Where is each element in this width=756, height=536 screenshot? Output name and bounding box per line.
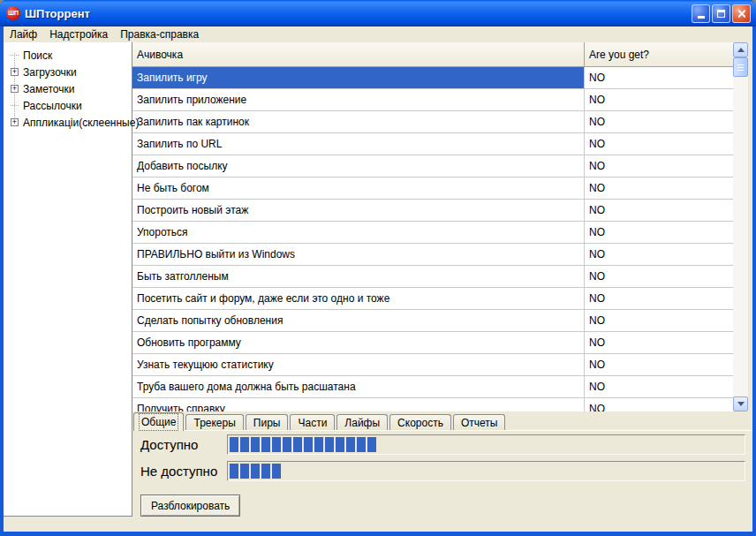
tab-label: Общие: [141, 416, 176, 428]
status-cell: NO: [585, 67, 733, 88]
bottom-tab-bar: ОбщиеТрекерыПирыЧастиЛайфыСкоростьОтчеты: [132, 411, 752, 431]
progress-block: [304, 437, 313, 452]
scroll-down-button[interactable]: [733, 396, 748, 411]
close-button[interactable]: [732, 4, 751, 23]
tab-label: Скорость: [397, 417, 443, 429]
tab-label: Части: [298, 417, 327, 429]
maximize-button[interactable]: [712, 4, 730, 23]
table-row[interactable]: Запилить по URLNO: [132, 133, 733, 155]
scroll-up-button[interactable]: [733, 42, 748, 57]
status-cell: NO: [585, 200, 733, 221]
tree-item-label: Загрузочки: [23, 66, 77, 79]
tab-2[interactable]: Пиры: [246, 414, 289, 430]
table-row[interactable]: Сделать попытку обновленияNO: [132, 310, 733, 332]
table-row[interactable]: Построить новый этажNO: [132, 200, 733, 222]
tree-item-1[interactable]: Загрузочки: [4, 64, 132, 80]
status-cell: NO: [585, 266, 733, 287]
table-row[interactable]: Труба вашего дома должна быть расшатанаN…: [132, 376, 733, 398]
status-cell: NO: [585, 177, 733, 199]
tab-0[interactable]: Общие: [133, 412, 184, 431]
progress-block: [293, 437, 302, 452]
expand-plus-icon[interactable]: [11, 68, 19, 76]
bottom-strip: [4, 517, 752, 532]
vertical-scrollbar[interactable]: [733, 42, 748, 411]
achievement-cell: Быть затголленым: [132, 266, 585, 287]
tree-item-4[interactable]: Аппликаціи(склеенные): [4, 114, 132, 131]
achievement-cell: Добавить посылку: [132, 155, 585, 177]
progress-block: [272, 437, 281, 452]
table-row[interactable]: Узнать текущюю статистикуNO: [132, 354, 733, 376]
progress-block: [261, 464, 270, 479]
status-cell: NO: [585, 332, 733, 353]
table-row[interactable]: Посетить сайт и форум, даже если это одн…: [132, 288, 733, 310]
scrollbar-thumb[interactable]: [733, 57, 748, 77]
menu-item-0[interactable]: Лайф: [4, 27, 43, 42]
tree-branch-icon: [11, 105, 19, 106]
menu-item-1[interactable]: Надстройка: [43, 27, 114, 42]
right-pane: АчивочкаAre you get? Запилить игруNOЗапи…: [132, 42, 752, 517]
tab-6[interactable]: Отчеты: [453, 414, 505, 430]
table-row[interactable]: Запилить игруNO: [132, 67, 733, 89]
progress-block: [261, 437, 270, 452]
available-label: Доступно: [140, 437, 227, 452]
tab-5[interactable]: Скорость: [389, 414, 451, 430]
table-row[interactable]: УпоротьсяNO: [132, 222, 733, 244]
status-cell: NO: [585, 111, 733, 132]
table-header: АчивочкаAre you get?: [132, 42, 733, 67]
tab-label: Отчеты: [461, 417, 497, 429]
unavailable-progress-bar: [227, 461, 745, 481]
table-row[interactable]: Запилить приложениеNO: [132, 89, 733, 111]
status-cell: NO: [585, 155, 733, 177]
table-row[interactable]: Обновить программуNO: [132, 332, 733, 354]
table-row[interactable]: Не быть богомNO: [132, 177, 733, 200]
status-cell: NO: [585, 244, 733, 265]
menu-item-2[interactable]: Правка-справка: [114, 27, 205, 42]
expand-plus-icon[interactable]: [11, 85, 19, 93]
status-cell: NO: [585, 222, 733, 243]
status-cell: NO: [585, 310, 733, 331]
expand-plus-icon[interactable]: [11, 118, 19, 126]
tree-item-label: Заметочки: [23, 83, 74, 95]
unlock-button[interactable]: Разблокировать: [140, 494, 240, 517]
column-header-1[interactable]: Are you get?: [585, 42, 733, 66]
achievement-cell: Запилить игру: [132, 67, 585, 88]
tab-1[interactable]: Трекеры: [185, 414, 243, 430]
table-row[interactable]: Быть затголленымNO: [132, 266, 733, 288]
tree-branch-icon: [11, 55, 19, 56]
arrow-up-icon: [737, 48, 745, 52]
minimize-button[interactable]: [692, 4, 710, 23]
progress-block: [325, 437, 334, 452]
window-title: ШПторрент: [25, 7, 692, 20]
table-row[interactable]: ПРАВИЛЬНО выйти из WindowsNO: [132, 244, 733, 266]
tree-item-0[interactable]: Поиск: [4, 47, 132, 64]
achievement-cell: Сделать попытку обновления: [132, 310, 585, 331]
column-header-0[interactable]: Ачивочка: [132, 42, 585, 66]
table-row[interactable]: Добавить посылкуNO: [132, 155, 733, 177]
status-cell: NO: [585, 376, 733, 397]
progress-block: [314, 437, 323, 452]
unavailable-label: Не доступно: [140, 464, 227, 479]
progress-block: [240, 437, 249, 452]
tab-3[interactable]: Части: [290, 414, 335, 430]
unavailable-row: Не доступно: [140, 461, 745, 481]
status-cell: NO: [585, 288, 733, 309]
progress-block: [367, 437, 376, 452]
tab-label: Лайфы: [344, 417, 380, 429]
menu-bar: ЛайфНадстройкаПравка-справка: [4, 26, 752, 42]
tree-item-3[interactable]: Рассылочки: [4, 97, 132, 114]
table-row[interactable]: Получить справкуNO: [132, 398, 733, 411]
tab-4[interactable]: Лайфы: [336, 414, 388, 430]
achievement-cell: Запилить пак картинок: [132, 111, 585, 132]
tree-item-2[interactable]: Заметочки: [4, 80, 132, 97]
tree-item-label: Аппликаціи(склеенные): [23, 117, 139, 129]
achievement-cell: ПРАВИЛЬНО выйти из Windows: [132, 244, 585, 265]
arrow-down-icon: [737, 402, 745, 406]
table-row[interactable]: Запилить пак картинокNO: [132, 111, 733, 133]
title-bar[interactable]: ШП ШПторрент: [0, 0, 756, 26]
progress-block: [283, 437, 291, 452]
minimize-icon: [698, 16, 705, 19]
status-cell: NO: [585, 398, 733, 411]
achievement-cell: Упороться: [132, 222, 585, 243]
main-content: ПоискЗагрузочкиЗаметочкиРассылочкиАпплик…: [4, 42, 752, 517]
progress-block: [251, 464, 260, 479]
